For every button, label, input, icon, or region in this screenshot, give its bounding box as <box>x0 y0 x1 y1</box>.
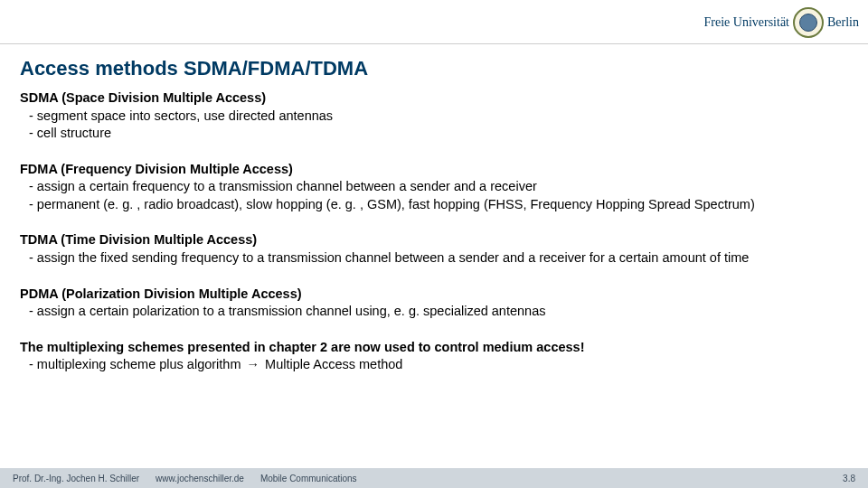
bullet-text: assign a certain frequency to a transmis… <box>37 178 850 196</box>
slide-footer: Prof. Dr.-Ing. Jochen H. Schiller www.jo… <box>0 468 868 488</box>
logo-word-right: Berlin <box>827 15 859 30</box>
logo-word-left: Freie Universität <box>704 15 789 30</box>
section-heading: FDMA (Frequency Division Multiple Access… <box>20 161 850 179</box>
bullet-post: Multiple Access method <box>261 357 402 371</box>
bullet-text: multiplexing scheme plus algorithm → Mul… <box>37 356 850 374</box>
section-heading: TDMA (Time Division Multiple Access) <box>20 231 850 249</box>
dash-icon: - <box>29 356 33 374</box>
dash-icon: - <box>29 108 33 126</box>
section-tdma: TDMA (Time Division Multiple Access) - a… <box>20 231 850 267</box>
footer-author: Prof. Dr.-Ing. Jochen H. Schiller <box>13 474 139 483</box>
footer-page-number: 3.8 <box>843 474 855 483</box>
bullet-text: assign the fixed sending frequency to a … <box>37 249 850 267</box>
section-heading: PDMA (Polarization Division Multiple Acc… <box>20 286 850 304</box>
bullet-item: - assign a certain frequency to a transm… <box>29 178 850 196</box>
footer-left: Prof. Dr.-Ing. Jochen H. Schiller www.jo… <box>13 474 357 483</box>
arrow-icon: → <box>245 357 262 371</box>
slide-title: Access methods SDMA/FDMA/TDMA <box>20 57 868 80</box>
university-seal-icon <box>793 7 824 38</box>
bullet-text: cell structure <box>37 125 850 143</box>
section-summary: The multiplexing schemes presented in ch… <box>20 339 850 374</box>
section-sdma: SDMA (Space Division Multiple Access) - … <box>20 89 850 143</box>
dash-icon: - <box>29 303 33 321</box>
bullet-item: - permanent (e. g. , radio broadcast), s… <box>29 196 850 214</box>
slide-body: SDMA (Space Division Multiple Access) - … <box>20 89 850 374</box>
section-fdma: FDMA (Frequency Division Multiple Access… <box>20 161 850 214</box>
bullet-text: segment space into sectors, use directed… <box>37 108 850 126</box>
bullet-item: - assign a certain polarization to a tra… <box>29 303 850 321</box>
dash-icon: - <box>29 196 33 214</box>
bullet-text: assign a certain polarization to a trans… <box>37 303 850 321</box>
section-heading: The multiplexing schemes presented in ch… <box>20 339 850 357</box>
bullet-item: - assign the fixed sending frequency to … <box>29 249 850 267</box>
section-heading: SDMA (Space Division Multiple Access) <box>20 89 850 108</box>
dash-icon: - <box>29 178 33 196</box>
logo-text: Freie Universität Berlin <box>704 7 859 38</box>
university-logo: Freie Universität Berlin <box>704 7 859 38</box>
bullet-item: - multiplexing scheme plus algorithm → M… <box>29 356 850 374</box>
bullet-item: - cell structure <box>29 125 850 143</box>
bullet-item: - segment space into sectors, use direct… <box>29 108 850 126</box>
section-pdma: PDMA (Polarization Division Multiple Acc… <box>20 286 850 321</box>
dash-icon: - <box>29 125 33 143</box>
dash-icon: - <box>29 249 33 267</box>
bullet-pre: multiplexing scheme plus algorithm <box>37 357 245 371</box>
seal-inner-icon <box>799 14 817 32</box>
footer-url: www.jochenschiller.de <box>156 474 244 483</box>
header-bar: Freie Universität Berlin <box>0 0 868 44</box>
footer-course: Mobile Communications <box>260 474 357 483</box>
bullet-text: permanent (e. g. , radio broadcast), slo… <box>37 196 850 214</box>
